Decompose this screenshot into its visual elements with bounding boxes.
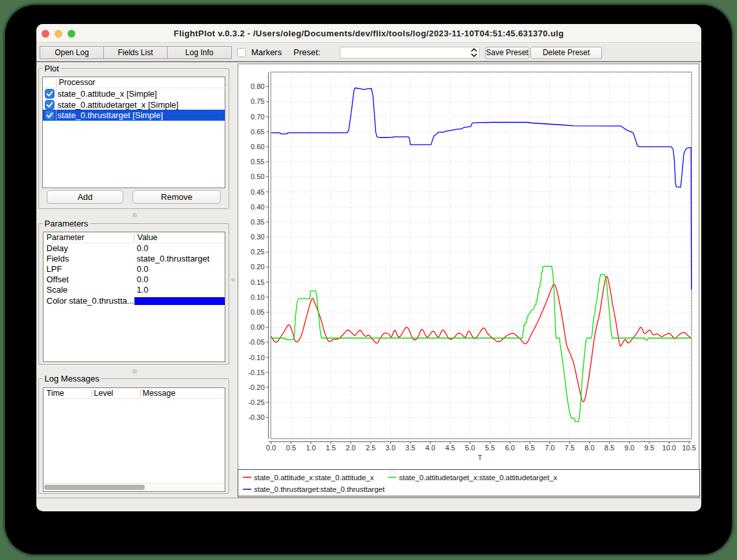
svg-text:5.0: 5.0 [465,444,475,452]
svg-text:0.10: 0.10 [251,293,264,301]
svg-text:0.25: 0.25 [251,248,264,256]
svg-text:0.20: 0.20 [251,263,264,271]
svg-text:9.0: 9.0 [625,444,634,452]
svg-text:9.5: 9.5 [644,444,654,452]
svg-text:T: T [478,454,482,461]
svg-text:state_0.thrusttarget:state_0.t: state_0.thrusttarget:state_0.thrusttarge… [254,485,385,493]
svg-text:0.5: 0.5 [286,444,296,452]
svg-text:7.0: 7.0 [545,444,555,452]
svg-text:-0.10: -0.10 [248,354,264,361]
svg-text:0.40: 0.40 [251,203,264,211]
svg-text:state_0.attitude_x:state_0.att: state_0.attitude_x:state_0.attitude_x [254,474,374,481]
svg-text:0.30: 0.30 [251,233,264,241]
svg-text:0.75: 0.75 [251,97,264,105]
svg-text:0.05: 0.05 [251,308,264,316]
svg-text:0.0: 0.0 [266,444,276,452]
svg-text:4.5: 4.5 [445,444,455,452]
svg-text:6.0: 6.0 [505,444,515,452]
svg-text:0.45: 0.45 [251,188,264,196]
svg-text:2.0: 2.0 [345,444,355,452]
svg-text:state_0.attitudetarget_x:state: state_0.attitudetarget_x:state_0.attitud… [399,474,557,481]
svg-text:0.70: 0.70 [251,113,264,121]
svg-text:-0.15: -0.15 [248,369,264,376]
svg-text:0.35: 0.35 [251,218,264,226]
svg-text:3.0: 3.0 [386,444,395,452]
svg-text:4.0: 4.0 [425,444,435,452]
svg-text:6.5: 6.5 [525,444,534,452]
svg-text:-0.30: -0.30 [248,413,264,421]
svg-text:-0.05: -0.05 [248,338,264,346]
svg-text:1.5: 1.5 [326,444,336,452]
svg-text:5.5: 5.5 [485,444,495,452]
svg-text:0.80: 0.80 [251,82,264,90]
svg-text:-0.25: -0.25 [248,398,264,406]
svg-text:0.60: 0.60 [251,143,264,151]
svg-text:-0.20: -0.20 [248,383,264,391]
svg-text:8.0: 8.0 [584,444,594,452]
svg-text:7.5: 7.5 [565,444,575,452]
svg-text:8.5: 8.5 [605,444,614,452]
svg-text:2.5: 2.5 [366,444,375,452]
svg-text:0.00: 0.00 [251,323,264,331]
svg-text:3.5: 3.5 [405,444,415,452]
svg-text:0.65: 0.65 [251,128,264,136]
svg-text:10.0: 10.0 [662,444,676,452]
svg-text:10.5: 10.5 [682,444,695,452]
svg-text:0.15: 0.15 [251,278,264,286]
svg-text:0.50: 0.50 [251,173,264,180]
svg-text:0.55: 0.55 [251,158,264,165]
svg-text:1.0: 1.0 [306,444,316,452]
